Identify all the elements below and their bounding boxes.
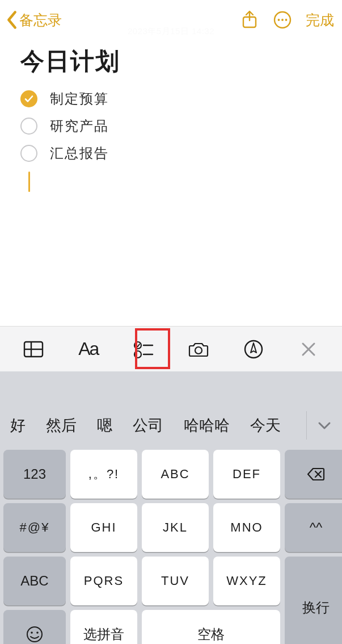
- svg-point-12: [195, 347, 202, 354]
- close-icon: [298, 338, 319, 360]
- checkbox-unchecked[interactable]: [20, 145, 37, 162]
- checklist-item[interactable]: 研究产品: [20, 112, 324, 140]
- key-jkl[interactable]: JKL: [142, 503, 209, 552]
- key-mode-abc[interactable]: ABC: [3, 557, 66, 605]
- key-wxyz[interactable]: WXYZ: [213, 557, 280, 605]
- key-space[interactable]: 空格: [142, 610, 280, 644]
- svg-point-10: [134, 351, 141, 358]
- key-def[interactable]: DEF: [213, 450, 280, 499]
- checklist-item-label[interactable]: 制定预算: [50, 90, 109, 108]
- back-button[interactable]: 备忘录: [6, 10, 62, 30]
- keyboard-gap: [0, 371, 342, 403]
- key-symbols[interactable]: #@¥: [3, 503, 66, 552]
- note-timestamp: 2023年5月15日 14:32: [128, 26, 214, 37]
- candidate-word[interactable]: 公司: [133, 415, 163, 436]
- checkmark-icon: [24, 94, 34, 104]
- checkbox-unchecked[interactable]: [20, 118, 37, 135]
- camera-icon: [188, 338, 209, 360]
- share-button[interactable]: [240, 10, 259, 30]
- keyboard: 123 ,。?! ABC DEF #@¥ GHI JKL MNO ^^ ABC …: [0, 448, 342, 644]
- dismiss-toolbar-button[interactable]: [286, 332, 331, 366]
- nav-actions: 完成: [240, 10, 337, 30]
- emoji-icon: [25, 625, 44, 644]
- note-body[interactable]: 今日计划 制定预算 研究产品 汇总报告: [0, 40, 342, 192]
- key-pqrs[interactable]: PQRS: [70, 557, 137, 605]
- key-123[interactable]: 123: [3, 450, 66, 499]
- candidate-word[interactable]: 今天: [250, 415, 281, 436]
- svg-point-2: [278, 19, 280, 21]
- share-icon: [240, 10, 259, 30]
- candidate-bar: 好 然后 嗯 公司 哈哈哈 今天: [0, 403, 342, 448]
- back-label: 备忘录: [19, 11, 62, 30]
- checklist-icon: [133, 338, 154, 360]
- ellipsis-circle-icon: [273, 10, 292, 30]
- key-backspace[interactable]: [285, 450, 342, 499]
- text-cursor: [28, 172, 30, 192]
- note-title[interactable]: 今日计划: [20, 45, 324, 77]
- candidate-word[interactable]: 好: [10, 415, 26, 436]
- svg-point-18: [27, 627, 42, 642]
- checklist-item-label[interactable]: 研究产品: [50, 117, 109, 135]
- svg-point-4: [285, 19, 288, 21]
- key-emoji[interactable]: [3, 610, 66, 644]
- key-mno[interactable]: MNO: [213, 503, 280, 552]
- svg-point-8: [134, 342, 141, 349]
- more-button[interactable]: [273, 10, 292, 30]
- svg-point-20: [36, 632, 39, 634]
- chevron-down-icon: [317, 418, 332, 433]
- key-emoticon[interactable]: ^^: [285, 503, 342, 552]
- done-button[interactable]: 完成: [306, 11, 334, 30]
- format-toolbar: Aa: [0, 326, 342, 371]
- checklist-item-label[interactable]: 汇总报告: [50, 144, 109, 162]
- key-pinyin[interactable]: 选拼音: [70, 610, 137, 644]
- key-abc[interactable]: ABC: [142, 450, 209, 499]
- candidate-word[interactable]: 嗯: [97, 415, 112, 436]
- text-format-button[interactable]: Aa: [66, 332, 111, 366]
- separator: [306, 411, 307, 440]
- svg-point-19: [31, 632, 33, 634]
- key-return[interactable]: 换行: [285, 557, 342, 644]
- text-format-label: Aa: [78, 338, 98, 359]
- key-punctuation[interactable]: ,。?!: [70, 450, 137, 499]
- key-ghi[interactable]: GHI: [70, 503, 137, 552]
- checklist-item[interactable]: 制定预算: [20, 85, 324, 112]
- candidate-word[interactable]: 哈哈哈: [184, 415, 230, 436]
- chevron-left-icon: [6, 10, 18, 30]
- checklist-button[interactable]: [121, 332, 166, 366]
- svg-point-3: [281, 19, 284, 21]
- pen-circle-icon: [243, 338, 264, 360]
- nav-bar: 备忘录 2023年5月15日 14:32 完成: [0, 0, 342, 40]
- candidate-word[interactable]: 然后: [46, 415, 77, 436]
- checklist-item[interactable]: 汇总报告: [20, 140, 324, 167]
- camera-button[interactable]: [176, 332, 221, 366]
- key-tuv[interactable]: TUV: [142, 557, 209, 605]
- backspace-icon: [306, 465, 326, 484]
- table-button[interactable]: [11, 332, 56, 366]
- markup-button[interactable]: [231, 332, 276, 366]
- expand-candidates-button[interactable]: [315, 416, 334, 435]
- checkbox-checked[interactable]: [20, 90, 37, 107]
- table-icon: [23, 338, 44, 360]
